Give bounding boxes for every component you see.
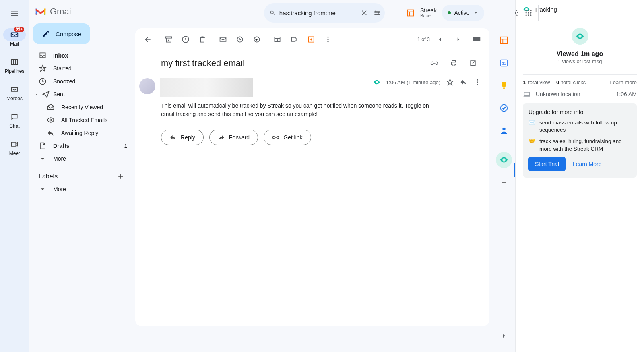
side-calendar-icon[interactable]: 31 xyxy=(496,55,512,71)
more-vert-icon[interactable] xyxy=(473,78,481,86)
side-add-addon-icon[interactable] xyxy=(496,174,512,190)
svg-point-23 xyxy=(327,41,328,42)
labels-button[interactable] xyxy=(286,31,303,48)
svg-point-26 xyxy=(477,79,478,81)
move-to-button[interactable] xyxy=(269,31,286,48)
svg-point-25 xyxy=(376,82,377,83)
spam-icon xyxy=(182,35,190,43)
caret-down-icon xyxy=(35,92,39,96)
svg-point-21 xyxy=(327,37,328,38)
compose-button[interactable]: Compose xyxy=(33,23,90,44)
message-toolbar: 1 of 3 xyxy=(135,28,489,51)
add-to-tasks-button[interactable] xyxy=(248,31,265,48)
nav-all-tracked[interactable]: All Tracked Emails xyxy=(29,114,132,126)
spam-button[interactable] xyxy=(177,31,194,48)
inbox-icon xyxy=(39,52,47,60)
side-streak-icon[interactable] xyxy=(496,32,512,48)
side-panel-rail: 31 xyxy=(493,0,515,352)
prev-message-button[interactable] xyxy=(431,31,448,48)
start-trial-button[interactable]: Start Trial xyxy=(528,157,566,171)
rail-mail[interactable]: 99+ Mail xyxy=(2,26,27,51)
add-label-icon[interactable] xyxy=(117,172,125,180)
svg-point-16 xyxy=(528,14,529,16)
nav-panel: Gmail Compose Inbox Starred Snoozed Sen xyxy=(29,0,132,352)
side-tasks-icon[interactable] xyxy=(496,100,512,116)
main-menu-button[interactable] xyxy=(5,4,24,23)
nav-inbox[interactable]: Inbox xyxy=(29,49,132,62)
copy-link-button[interactable] xyxy=(426,55,443,72)
sender-details[interactable] xyxy=(160,78,253,97)
streak-indicator[interactable]: Streak Basic xyxy=(407,8,436,18)
search-input[interactable] xyxy=(279,10,356,17)
side-collapse-button[interactable] xyxy=(496,328,512,344)
gmail-logo[interactable]: Gmail xyxy=(29,3,132,23)
search-bar[interactable] xyxy=(264,3,385,23)
app-rail: 99+ Mail Pipelines Merges Chat xyxy=(0,0,29,352)
rail-merges-label: Merges xyxy=(6,96,23,101)
back-button[interactable] xyxy=(139,31,156,48)
status-dot-icon xyxy=(448,11,451,14)
streak-add-box-button[interactable] xyxy=(303,31,320,48)
gmail-logo-icon xyxy=(35,7,47,17)
rail-chat[interactable]: Chat xyxy=(2,108,27,133)
next-message-button[interactable] xyxy=(450,31,467,48)
tracking-viewed-headline: Viewed 1m ago xyxy=(557,50,603,58)
nav-sent[interactable]: Sent xyxy=(29,88,132,101)
archive-button[interactable] xyxy=(160,31,177,48)
print-button[interactable] xyxy=(445,55,462,72)
google-apps-button[interactable] xyxy=(524,4,533,22)
rail-meet[interactable]: Meet xyxy=(2,135,27,160)
forward-button[interactable]: Forward xyxy=(209,130,258,145)
side-keep-icon[interactable] xyxy=(496,77,512,93)
tracking-views-subtext: 1 views of last msg xyxy=(558,58,602,64)
input-tool-button[interactable] xyxy=(469,31,485,48)
side-tracking-icon[interactable] xyxy=(496,152,512,168)
snooze-button[interactable] xyxy=(231,31,248,48)
nav-starred[interactable]: Starred xyxy=(29,62,132,75)
svg-point-2 xyxy=(270,11,273,14)
nav-drafts[interactable]: Drafts 1 xyxy=(29,139,132,152)
rail-merges[interactable]: Merges xyxy=(2,81,27,106)
mail-unread-badge: 99+ xyxy=(14,27,24,32)
upgrade-header: Upgrade for more info xyxy=(528,109,631,115)
sender-avatar[interactable] xyxy=(139,78,155,94)
upgrade-learn-more-button[interactable]: Learn More xyxy=(573,161,602,167)
rail-pipelines-label: Pipelines xyxy=(5,68,25,74)
archive-icon xyxy=(165,35,173,43)
handshake-emoji-icon: 🤝 xyxy=(528,138,535,152)
mail-unread-icon xyxy=(219,35,227,43)
account-switcher[interactable] xyxy=(538,5,539,21)
arrow-left-icon xyxy=(144,35,152,43)
clear-search-button[interactable] xyxy=(360,6,369,19)
svg-rect-6 xyxy=(408,10,414,16)
search-options-button[interactable] xyxy=(373,6,382,19)
chevron-right-icon xyxy=(500,332,508,340)
get-link-button[interactable]: Get link xyxy=(264,130,311,145)
labels-more[interactable]: More xyxy=(29,183,132,196)
nav-recently-viewed[interactable]: Recently Viewed xyxy=(29,101,132,114)
rail-pipelines[interactable]: Pipelines xyxy=(2,53,27,78)
open-new-window-button[interactable] xyxy=(464,55,481,72)
more-button[interactable] xyxy=(320,31,336,48)
labels-header: Labels xyxy=(29,165,132,183)
side-contacts-icon[interactable] xyxy=(496,122,512,139)
svg-point-22 xyxy=(327,39,328,40)
contacts-icon xyxy=(500,126,508,135)
reply-arrow-icon[interactable] xyxy=(460,78,468,86)
delete-button[interactable] xyxy=(194,31,211,48)
move-to-icon xyxy=(273,35,281,43)
nav-snoozed[interactable]: Snoozed xyxy=(29,75,132,88)
svg-point-1 xyxy=(50,119,52,121)
mark-unread-button[interactable] xyxy=(215,31,231,48)
email-timestamp: 1:06 AM (1 minute ago) xyxy=(386,79,440,85)
streak-status-pill[interactable]: Active xyxy=(442,5,484,21)
message-pane: 1 of 3 my first tracked email xyxy=(135,28,489,326)
reply-button[interactable]: Reply xyxy=(161,130,204,145)
tasks-icon xyxy=(500,104,508,112)
star-outline-icon[interactable] xyxy=(446,78,454,86)
task-add-icon xyxy=(253,35,261,43)
rail-chat-label: Chat xyxy=(9,123,19,129)
nav-more[interactable]: More xyxy=(29,152,132,165)
tracking-learn-more-link[interactable]: Learn more xyxy=(610,79,637,85)
nav-awaiting-reply[interactable]: Awaiting Reply xyxy=(29,126,132,139)
